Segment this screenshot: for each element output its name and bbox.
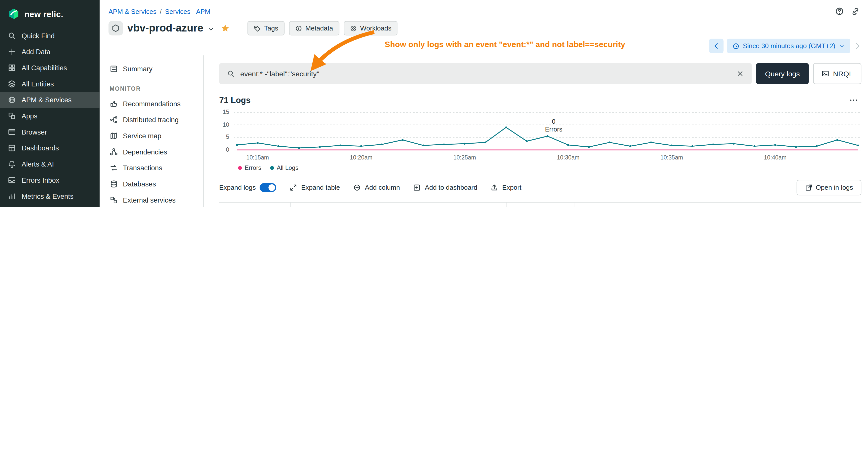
subnav-item-dependencies[interactable]: Dependencies bbox=[99, 144, 203, 160]
expand-logs-toggle[interactable] bbox=[259, 183, 276, 192]
entity-action-group: Tags Metadata Workloads bbox=[248, 21, 398, 35]
export-button[interactable]: Export bbox=[491, 184, 522, 192]
more-options-icon[interactable] bbox=[849, 96, 858, 104]
workloads-button[interactable]: Workloads bbox=[343, 21, 398, 35]
newrelic-logo-icon bbox=[8, 8, 20, 20]
legend-errors[interactable]: Errors bbox=[238, 164, 261, 171]
clock-icon bbox=[733, 42, 740, 50]
plus-circle-icon bbox=[353, 184, 361, 192]
point-series: Errors bbox=[545, 126, 562, 133]
time-forward-button[interactable] bbox=[854, 42, 862, 50]
sidebar-item-infrastructure[interactable]: Infrastructure bbox=[0, 204, 99, 207]
time-range-button[interactable]: Since 30 minutes ago (GMT+2) bbox=[727, 39, 850, 53]
all-capabilities-icon bbox=[8, 64, 16, 72]
sidebar-item-label: Dashboards bbox=[22, 144, 59, 152]
entity-name[interactable]: vbv-prod-azure bbox=[127, 22, 203, 34]
sidebar-item-apps[interactable]: Apps bbox=[0, 108, 99, 124]
add-dashboard-icon bbox=[413, 184, 421, 192]
column-label: timestamp bbox=[223, 206, 257, 207]
sidebar-item-errors-inbox[interactable]: Errors Inbox bbox=[0, 172, 99, 188]
sidebar-item-add-data[interactable]: Add Data bbox=[0, 44, 99, 60]
query-logs-button[interactable]: Query logs bbox=[756, 63, 808, 84]
sidebar-item-quick-find[interactable]: Quick Find bbox=[0, 28, 99, 44]
app-root: new relic. Quick FindAdd DataAll Capabil… bbox=[0, 0, 868, 207]
subnav-item-summary[interactable]: Summary bbox=[99, 61, 203, 77]
clear-query-icon[interactable] bbox=[736, 70, 744, 77]
column-label: event bbox=[295, 206, 312, 207]
subnav-item-transactions[interactable]: Transactions bbox=[99, 160, 203, 176]
favorite-star-icon[interactable] bbox=[221, 24, 230, 32]
legend-label: All Logs bbox=[277, 164, 299, 171]
point-value: 0 bbox=[545, 118, 562, 126]
dashboards-icon bbox=[8, 144, 16, 152]
sidebar-item-metrics-events[interactable]: Metrics & Events bbox=[0, 188, 99, 204]
x-axis-tick: 10:40am bbox=[764, 154, 786, 161]
nrql-button-label: NRQL bbox=[833, 69, 853, 78]
subnav-item-label: Distributed tracing bbox=[123, 116, 179, 124]
sidebar-item-all-capabilities[interactable]: All Capabilities bbox=[0, 60, 99, 76]
sidebar-item-label: Quick Find bbox=[22, 32, 55, 39]
expand-table-button[interactable]: Expand table bbox=[289, 184, 340, 192]
entity-chevron-down-icon[interactable] bbox=[208, 26, 214, 32]
subnav-item-service-map[interactable]: Service map bbox=[99, 128, 203, 144]
apm-services-icon bbox=[8, 96, 16, 104]
chart-y-axis: 051015 bbox=[219, 109, 234, 152]
sidebar-item-alerts-ai[interactable]: Alerts & AI bbox=[0, 156, 99, 172]
chart-plot: 0Errors bbox=[234, 109, 862, 152]
subnav-item-recommendations[interactable]: Recommendations bbox=[99, 96, 203, 112]
sidebar-item-label: All Entities bbox=[22, 80, 54, 88]
logs-toolbar: Expand logs Expand table Add column Add … bbox=[219, 180, 862, 195]
sidebar-item-label: Alerts & AI bbox=[22, 160, 54, 168]
info-icon bbox=[295, 25, 302, 32]
open-in-logs-button[interactable]: Open in logs bbox=[797, 180, 862, 195]
sidebar-item-browser[interactable]: Browser bbox=[0, 124, 99, 140]
add-data-icon bbox=[8, 47, 16, 56]
subnav-item-distributed-tracing[interactable]: Distributed tracing bbox=[99, 112, 203, 128]
x-axis-tick: 10:25am bbox=[454, 154, 476, 161]
x-axis-tick: 10:35am bbox=[660, 154, 683, 161]
nrql-button[interactable]: NRQL bbox=[813, 63, 861, 84]
logs-chart: 051015 0Errors 10:15am10:20am10:25am10:3… bbox=[219, 109, 862, 162]
sidebar-item-apm-services[interactable]: APM & Services bbox=[0, 92, 99, 108]
entity-hexagon-icon bbox=[108, 21, 123, 35]
subnav-item-databases[interactable]: Databases bbox=[99, 176, 203, 192]
table-header: timestampeventlabelrequest_client_ip bbox=[219, 202, 862, 207]
breadcrumb: APM & Services / Services - APM bbox=[108, 7, 210, 15]
errors-inbox-icon bbox=[8, 176, 16, 184]
logs-query-input[interactable]: event:* -"label":"security" bbox=[219, 63, 752, 84]
add-to-dashboard-button[interactable]: Add to dashboard bbox=[413, 184, 477, 192]
breadcrumb-services-apm[interactable]: Services - APM bbox=[165, 7, 211, 15]
subnav-item-label: Transactions bbox=[123, 164, 162, 172]
sidebar-item-dashboards[interactable]: Dashboards bbox=[0, 140, 99, 156]
tags-button[interactable]: Tags bbox=[248, 21, 284, 35]
query-row: event:* -"label":"security" Query logs N… bbox=[219, 63, 862, 84]
subnav-section-monitor: MONITOR bbox=[99, 77, 203, 96]
time-back-button[interactable] bbox=[709, 39, 723, 53]
export-icon bbox=[491, 184, 498, 192]
tags-button-label: Tags bbox=[264, 25, 278, 32]
workloads-button-label: Workloads bbox=[360, 25, 392, 32]
metadata-button[interactable]: Metadata bbox=[289, 21, 339, 35]
annotation-text: Show only logs with an event "event:*" a… bbox=[385, 40, 625, 48]
service-map-icon bbox=[110, 132, 118, 140]
primary-sidebar: new relic. Quick FindAdd DataAll Capabil… bbox=[0, 0, 99, 207]
sidebar-item-all-entities[interactable]: All Entities bbox=[0, 76, 99, 92]
databases-icon bbox=[110, 180, 118, 188]
newrelic-logo[interactable]: new relic. bbox=[0, 0, 99, 28]
column-header-event: event bbox=[290, 202, 506, 207]
permalink-icon[interactable] bbox=[851, 6, 860, 16]
column-label: request_client_ip bbox=[580, 206, 634, 207]
legend-all-logs[interactable]: All Logs bbox=[270, 164, 299, 171]
main-content: event:* -"label":"security" Query logs N… bbox=[204, 56, 868, 207]
time-picker: Since 30 minutes ago (GMT+2) bbox=[709, 39, 861, 53]
logs-table: timestampeventlabelrequest_client_ip JUQ… bbox=[219, 202, 862, 207]
sidebar-item-label: All Capabilities bbox=[22, 64, 67, 72]
y-axis-tick: 10 bbox=[223, 121, 229, 128]
subnav-item-label: Service map bbox=[123, 132, 161, 140]
help-question-icon[interactable] bbox=[835, 6, 844, 16]
newrelic-logo-text: new relic. bbox=[25, 9, 63, 19]
add-column-button[interactable]: Add column bbox=[353, 184, 400, 192]
entity-title-row: vbv-prod-azure Tags Metadata Workloads bbox=[99, 16, 868, 35]
breadcrumb-apm-services[interactable]: APM & Services bbox=[108, 7, 156, 15]
subnav-item-external-services[interactable]: External services bbox=[99, 192, 203, 207]
